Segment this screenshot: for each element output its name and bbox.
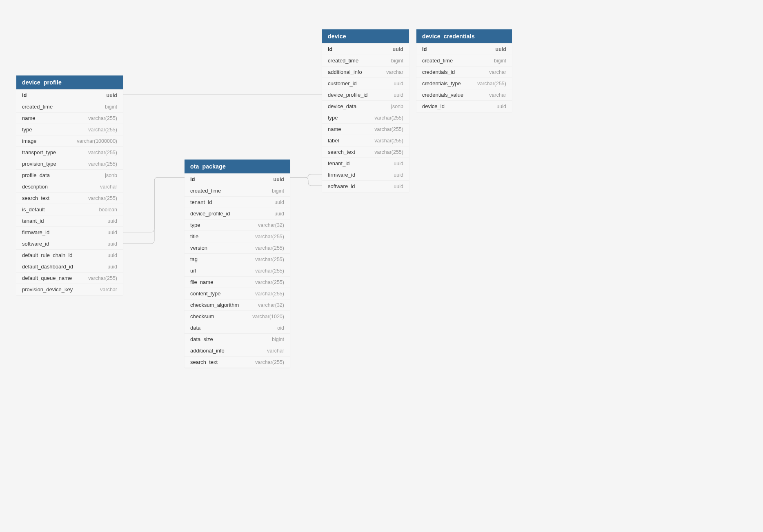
column-type: uuid: [394, 92, 403, 98]
table-row: search_textvarchar(255): [185, 356, 290, 368]
table-row: iduuid: [185, 173, 290, 185]
column-name: checksum: [190, 313, 214, 319]
table-row: default_dashboard_iduuid: [16, 261, 123, 272]
table-header: device_profile: [16, 75, 123, 89]
table-row: device_profile_iduuid: [322, 89, 409, 100]
table-row: titlevarchar(255): [185, 231, 290, 242]
column-name: transport_type: [22, 149, 56, 155]
column-type: varchar(255): [88, 161, 117, 167]
column-type: uuid: [394, 184, 403, 189]
column-type: varchar(255): [255, 257, 284, 262]
table-row: descriptionvarchar: [16, 181, 123, 192]
table-row: checksumvarchar(1020): [185, 310, 290, 322]
column-name: firmware_id: [328, 172, 355, 178]
column-type: varchar: [489, 69, 506, 75]
column-type: uuid: [393, 47, 403, 52]
column-name: created_time: [190, 188, 221, 194]
column-name: data: [190, 325, 200, 331]
table-row: imagevarchar(1000000): [16, 135, 123, 146]
column-name: firmware_id: [22, 229, 49, 235]
table-row: created_timebigint: [16, 101, 123, 112]
column-type: varchar(255): [374, 115, 403, 121]
column-type: uuid: [107, 253, 117, 258]
column-type: varchar(255): [88, 195, 117, 201]
table-row: content_typevarchar(255): [185, 288, 290, 299]
table-row: file_namevarchar(255): [185, 276, 290, 288]
table-row: typevarchar(255): [16, 124, 123, 135]
column-name: id: [422, 46, 427, 52]
column-name: tenant_id: [22, 218, 44, 224]
table-row: device_profile_iduuid: [185, 208, 290, 219]
column-type: uuid: [394, 161, 403, 166]
column-name: description: [22, 184, 48, 190]
column-name: data_size: [190, 336, 213, 342]
table-row: dataoid: [185, 322, 290, 333]
column-type: uuid: [496, 47, 506, 52]
column-name: tenant_id: [328, 160, 350, 166]
column-type: varchar(255): [374, 126, 403, 132]
table-row: credentials_typevarchar(255): [416, 78, 512, 89]
column-type: uuid: [107, 93, 117, 98]
column-type: jsonb: [391, 104, 403, 109]
table-device: device iduuid created_timebigint additio…: [322, 29, 409, 192]
table-ota-package: ota_package iduuid created_timebigint te…: [185, 160, 290, 368]
column-type: uuid: [274, 200, 284, 205]
table-row: credentials_idvarchar: [416, 66, 512, 78]
column-name: id: [328, 46, 333, 52]
column-name: created_time: [328, 58, 358, 64]
column-name: created_time: [422, 58, 453, 64]
column-type: varchar(1000000): [77, 138, 117, 144]
column-type: varchar(255): [88, 127, 117, 133]
table-row: search_textvarchar(255): [16, 192, 123, 204]
connector-ota-to-device-firmware: [290, 174, 322, 177]
column-name: additional_info: [190, 348, 225, 354]
column-name: label: [328, 137, 339, 144]
column-name: created_time: [22, 104, 53, 110]
table-row: tenant_iduuid: [322, 157, 409, 169]
column-name: search_text: [190, 359, 218, 365]
column-name: name: [328, 126, 341, 132]
column-type: uuid: [107, 241, 117, 247]
table-row: typevarchar(32): [185, 219, 290, 231]
column-name: tag: [190, 256, 198, 262]
table-row: default_rule_chain_iduuid: [16, 249, 123, 261]
column-type: varchar(255): [477, 81, 506, 86]
column-type: bigint: [494, 58, 506, 64]
table-row: device_iduuid: [416, 100, 512, 112]
table-row: typevarchar(255): [322, 112, 409, 123]
column-type: varchar(255): [374, 138, 403, 144]
column-type: uuid: [107, 218, 117, 224]
column-type: varchar(32): [258, 302, 284, 308]
table-row: software_iduuid: [16, 238, 123, 249]
column-name: file_name: [190, 279, 213, 285]
column-type: varchar(255): [374, 149, 403, 155]
table-row: customer_iduuid: [322, 78, 409, 89]
table-row: provision_device_keyvarchar: [16, 284, 123, 295]
column-name: id: [22, 92, 27, 98]
column-name: image: [22, 138, 36, 144]
column-name: profile_data: [22, 172, 50, 178]
column-name: credentials_type: [422, 80, 461, 86]
column-name: customer_id: [328, 80, 357, 86]
table-row: checksum_algorithmvarchar(32): [185, 299, 290, 310]
column-type: varchar(255): [255, 279, 284, 285]
column-type: uuid: [274, 177, 284, 182]
table-row: tagvarchar(255): [185, 253, 290, 265]
table-row: provision_typevarchar(255): [16, 158, 123, 169]
connector-profile-firmware-to-ota: [123, 177, 185, 232]
column-name: device_id: [422, 103, 445, 109]
column-type: oid: [277, 325, 284, 331]
column-name: search_text: [22, 195, 49, 201]
column-name: device_data: [328, 103, 356, 109]
column-name: credentials_value: [422, 92, 463, 98]
table-header: device: [322, 29, 409, 43]
table-row: namevarchar(255): [16, 112, 123, 124]
column-type: boolean: [99, 207, 118, 213]
column-type: varchar(255): [88, 115, 117, 121]
table-row: urlvarchar(255): [185, 265, 290, 276]
column-name: default_rule_chain_id: [22, 252, 73, 258]
column-type: varchar: [267, 348, 284, 354]
table-row: firmware_iduuid: [16, 226, 123, 238]
column-name: type: [328, 115, 338, 121]
column-type: varchar(255): [255, 291, 284, 297]
